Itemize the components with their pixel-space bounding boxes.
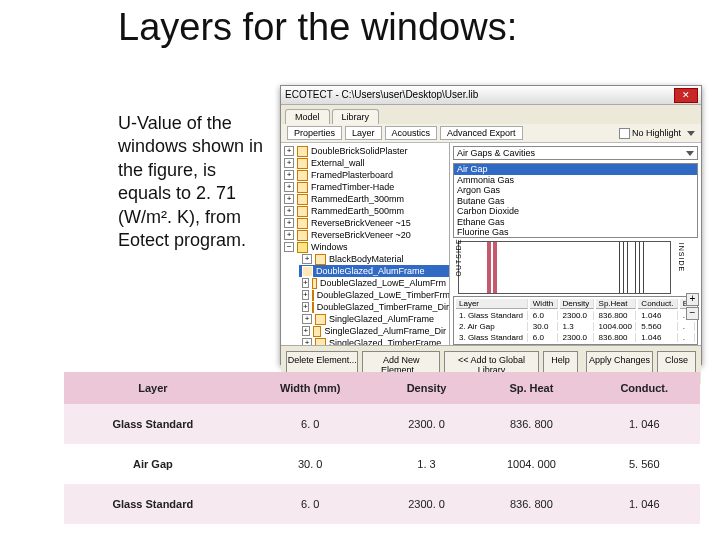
- list-item[interactable]: Air Gap: [454, 164, 697, 175]
- no-highlight-check[interactable]: No Highlight: [619, 128, 681, 139]
- expand-icon: +: [302, 314, 312, 324]
- no-highlight-label: No Highlight: [632, 128, 681, 138]
- material-icon: [312, 278, 317, 289]
- expand-icon: +: [284, 218, 294, 228]
- layer-bar: [635, 242, 636, 293]
- tree-item[interactable]: +FramedPlasterboard: [281, 169, 449, 181]
- tab-model[interactable]: Model: [285, 109, 330, 124]
- slide-body-text: U-Value of the windows shown in the figu…: [118, 112, 266, 252]
- list-item[interactable]: Ammonia Gas: [454, 175, 697, 186]
- list-item[interactable]: Fluorocarbon Gas AirCond Type: [454, 238, 697, 239]
- tree-item[interactable]: +BlackBodyMaterial: [299, 253, 449, 265]
- list-item[interactable]: Argon Gas: [454, 185, 697, 196]
- table-row[interactable]: 1. Glass Standard6.02300.0836.8001.046.: [456, 311, 695, 320]
- category-combo[interactable]: Air Gaps & Cavities: [453, 146, 698, 160]
- close-button[interactable]: ✕: [674, 88, 698, 103]
- layer-bar: [487, 242, 491, 293]
- table-row[interactable]: 2. Air Gap30.01.31004.0005.560.: [456, 322, 695, 331]
- tree-item[interactable]: +External_wall: [281, 157, 449, 169]
- material-icon: [297, 194, 308, 205]
- layer-bar: [623, 242, 624, 293]
- expand-icon: +: [302, 278, 309, 288]
- expand-icon: +: [284, 182, 294, 192]
- expand-icon: +: [302, 290, 309, 300]
- col-header: Layer: [64, 372, 242, 404]
- layers-data-table: LayerWidth (mm)DensitySp. HeatConduct. G…: [64, 372, 700, 524]
- tree-item[interactable]: +RammedEarth_300mm: [281, 193, 449, 205]
- window-titlebar[interactable]: ECOTECT - C:\Users\user\Desktop\User.lib…: [281, 86, 701, 105]
- material-tree[interactable]: +DoubleBrickSolidPlaster+External_wall+F…: [281, 143, 450, 345]
- table-row: Air Gap30. 01. 31004. 0005. 560: [64, 444, 700, 484]
- material-icon: [315, 338, 326, 346]
- list-item[interactable]: Butane Gas: [454, 196, 697, 207]
- table-row: Glass Standard6. 02300. 0836. 8001. 046: [64, 404, 700, 444]
- tree-item[interactable]: +ReverseBrickVeneer ~15: [281, 217, 449, 229]
- tree-item[interactable]: +SingleGlazed_TimberFrame: [299, 337, 449, 345]
- tree-item[interactable]: +RammedEarth_500mm: [281, 205, 449, 217]
- layer-mini-table: LayerWidthDensitySp.HeatConduct.E-1. Gla…: [453, 296, 698, 345]
- table-header-row: LayerWidth (mm)DensitySp. HeatConduct.: [64, 372, 700, 404]
- expand-icon: +: [302, 302, 309, 312]
- tree-item[interactable]: +SingleGlazed_AlumFrame_Dir: [299, 325, 449, 337]
- expand-icon: +: [302, 338, 312, 345]
- advanced-export-button[interactable]: Advanced Export: [440, 126, 523, 140]
- list-item[interactable]: Carbon Dioxide: [454, 206, 697, 217]
- expand-icon: +: [284, 158, 294, 168]
- material-icon: [297, 206, 308, 217]
- layer-bar: [627, 242, 628, 293]
- tree-item[interactable]: +DoubleGlazed_LowE_AlumFrm: [299, 277, 449, 289]
- material-icon: [302, 266, 313, 277]
- tree-item[interactable]: +FramedTimber-Hade: [281, 181, 449, 193]
- material-icon: [315, 314, 326, 325]
- material-icon: [297, 230, 308, 241]
- tree-item[interactable]: −Windows: [281, 241, 449, 253]
- expand-icon: +: [284, 230, 294, 240]
- remove-layer-button[interactable]: −: [686, 307, 699, 320]
- tree-item[interactable]: +ReverseBrickVeneer ~20: [281, 229, 449, 241]
- layer-chart: OUTSIDE INSIDE: [458, 241, 671, 294]
- combo-label: Air Gaps & Cavities: [457, 148, 535, 158]
- list-item[interactable]: Ethane Gas: [454, 217, 697, 228]
- col-header: Conduct.: [588, 372, 700, 404]
- material-icon: [315, 254, 326, 265]
- expand-icon: +: [302, 254, 312, 264]
- axis-right-label: INSIDE: [678, 243, 685, 272]
- material-icon: [313, 326, 322, 337]
- expand-icon: +: [284, 194, 294, 204]
- tree-item[interactable]: DoubleGlazed_AlumFrame: [299, 265, 449, 277]
- layer-bar: [493, 242, 497, 293]
- material-icon: [297, 218, 308, 229]
- tab-library[interactable]: Library: [332, 109, 380, 124]
- gas-listbox[interactable]: Air GapAmmonia GasArgon GasButane GasCar…: [453, 163, 698, 238]
- properties-button[interactable]: Properties: [287, 126, 342, 140]
- tree-item[interactable]: +DoubleBrickSolidPlaster: [281, 145, 449, 157]
- layer-bar: [643, 242, 644, 293]
- collapse-icon: −: [284, 242, 294, 252]
- add-layer-button[interactable]: +: [686, 293, 699, 306]
- window-title: ECOTECT - C:\Users\user\Desktop\User.lib: [285, 89, 478, 100]
- slide-title: Layers for the windows:: [118, 8, 517, 48]
- expand-icon: +: [284, 146, 294, 156]
- layer-bar: [639, 242, 640, 293]
- tree-item[interactable]: +SingleGlazed_AlumFrame: [299, 313, 449, 325]
- checkbox-icon: [619, 128, 630, 139]
- acoustics-button[interactable]: Acoustics: [385, 126, 438, 140]
- tree-item[interactable]: +DoubleGlazed_TimberFrame_Dir: [299, 301, 449, 313]
- col-header: Density: [379, 372, 475, 404]
- chevron-down-icon: [686, 151, 694, 156]
- ecotect-window: ECOTECT - C:\Users\user\Desktop\User.lib…: [280, 85, 702, 365]
- layer-button[interactable]: Layer: [345, 126, 382, 140]
- chevron-down-icon[interactable]: [687, 131, 695, 136]
- list-item[interactable]: Fluorine Gas: [454, 227, 697, 238]
- table-row[interactable]: 3. Glass Standard6.02300.0836.8001.046.: [456, 333, 695, 342]
- material-icon: [312, 302, 314, 313]
- material-icon: [297, 170, 308, 181]
- material-icon: [297, 146, 308, 157]
- tree-item[interactable]: +DoubleGlazed_LowE_TimberFrm: [299, 289, 449, 301]
- col-header: Width (mm): [242, 372, 379, 404]
- layer-bar: [619, 242, 620, 293]
- col-header: Sp. Heat: [474, 372, 588, 404]
- folder-icon: [297, 242, 308, 253]
- table-row: Glass Standard6. 02300. 0836. 8001. 046: [64, 484, 700, 524]
- expand-icon: +: [302, 326, 310, 336]
